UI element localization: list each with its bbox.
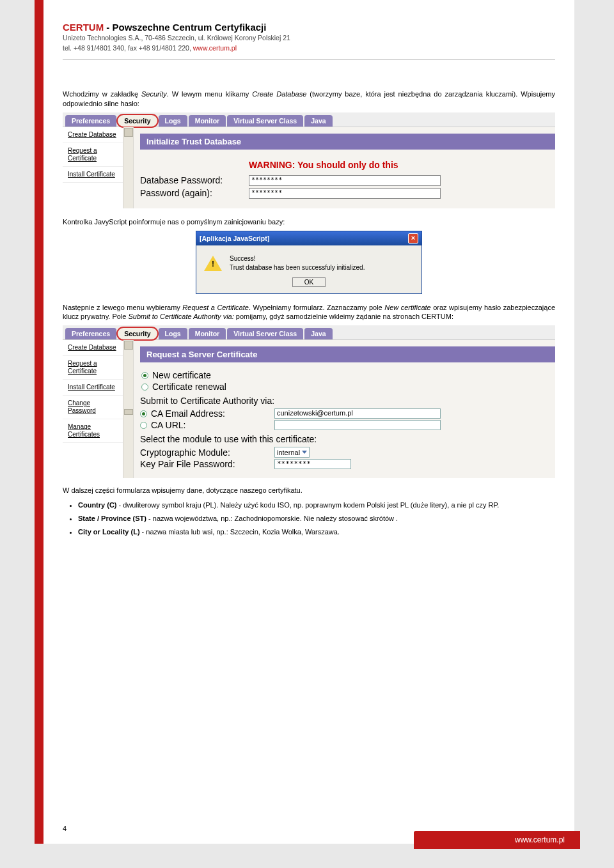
tab-logs-2[interactable]: Logs [159,328,187,339]
warning-text: WARNING: You should only do this [249,160,555,170]
bullet-state: State / Province (ST) - nazwa województw… [78,514,555,523]
tab-preferences-2[interactable]: Preferences [65,328,116,339]
bullet-country: Country (C) - dwuliterowy symbol kraju (… [78,500,555,510]
header-url: www.certum.pl [193,44,237,52]
tab-security[interactable]: Security [118,115,157,127]
label-select-module: Select the module to use with this certi… [140,434,555,444]
footer-bar: www.certum.pl [414,831,580,849]
page-number: 4 [63,825,67,832]
option-ca-email[interactable]: CA Email Address: [140,408,274,419]
header-address: Unizeto Technologies S.A., 70-486 Szczec… [63,34,555,42]
header-contact: tel. +48 91/4801 340, fax +48 91/4801 22… [63,44,555,52]
tab-preferences[interactable]: Preferences [65,115,116,127]
document-page: CERTUM - Powszechne Centrum Certyfikacji… [43,0,574,844]
tabs-row-2: Preferences Security Logs Monitor Virtua… [63,325,555,339]
banner-initialize-trust-db: Initialize Trust Database [140,134,555,150]
ok-button[interactable]: OK [292,277,326,287]
side-nav-1: Create Database Request a Certificate In… [63,127,123,208]
paragraph-3: Następnie z lewego menu wybieramy Reques… [63,303,555,322]
radio-off-icon[interactable] [141,384,148,391]
scrollbar-1[interactable] [123,127,134,208]
tab-security-2[interactable]: Security [118,328,157,339]
tab-virtual-server-class-2[interactable]: Virtual Server Class [227,328,303,339]
option-new-certificate[interactable]: New certificate [141,370,555,380]
radio-off-icon[interactable] [140,422,147,429]
screenshot-initialize-db: Preferences Security Logs Monitor Virtua… [63,112,555,208]
radio-on-icon[interactable] [141,372,148,379]
js-dialog: [Aplikacja JavaScript] × ! Success! Trus… [196,231,422,294]
dialog-titlebar: [Aplikacja JavaScript] × [196,231,421,245]
input-db-password[interactable]: ******** [249,175,441,186]
bullet-list: Country (C) - dwuliterowy symbol kraju (… [78,500,555,537]
tab-virtual-server-class[interactable]: Virtual Server Class [227,115,303,127]
tab-monitor[interactable]: Monitor [189,115,226,127]
close-icon[interactable]: × [408,233,418,244]
sidenav-change-password[interactable]: Change Password [63,396,123,419]
header-title: CERTUM - Powszechne Centrum Certyfikacji [63,22,555,33]
label-crypto-module: Cryptographic Module: [140,447,274,458]
scroll-thumb-up-2[interactable] [124,341,133,350]
tabs-row: Preferences Security Logs Monitor Virtua… [63,112,555,127]
label-password-again: Password (again): [140,188,249,198]
sidenav-create-database-2[interactable]: Create Database [63,340,123,356]
sidenav-manage-certificates[interactable]: Manage Certificates [63,419,123,443]
scroll-thumb-up[interactable] [124,128,133,137]
warning-icon: ! [204,254,222,272]
option-ca-url[interactable]: CA URL: [140,420,274,430]
sidenav-request-certificate-2[interactable]: Request a Certificate [63,356,123,380]
input-password-again[interactable]: ******** [249,188,441,199]
paragraph-2: Kontrolka JavyScript poinformuje nas o p… [63,217,555,227]
label-submit-via: Submit to Certificate Authority via: [140,396,555,406]
tab-logs[interactable]: Logs [159,115,187,127]
screenshot-request-cert: Preferences Security Logs Monitor Virtua… [63,325,555,478]
input-ca-email[interactable]: cunizetowski@certum.pl [274,408,441,419]
sidenav-install-certificate-2[interactable]: Install Certificate [63,380,123,396]
label-db-password: Database Password: [140,175,249,185]
radio-on-icon[interactable] [140,410,147,417]
header-divider [63,59,555,60]
header-title-suffix: - Powszechne Centrum Certyfikacji [104,22,266,33]
banner-request-cert: Request a Server Certificate [140,346,555,362]
sidenav-create-database[interactable]: Create Database [63,127,123,143]
tab-java[interactable]: Java [304,115,332,127]
dialog-message: Success! Trust database has been success… [230,254,365,272]
sidenav-install-certificate[interactable]: Install Certificate [63,167,123,183]
red-sidebar [35,0,43,844]
scroll-handle[interactable] [124,409,133,415]
tab-java-2[interactable]: Java [304,328,332,339]
bullet-city: City or Locality (L) - nazwa miasta lub … [78,527,555,537]
input-keypair-password[interactable]: ******** [274,459,351,469]
option-certificate-renewal[interactable]: Certificate renewal [141,382,555,392]
input-ca-url[interactable] [274,420,441,430]
footer-url: www.certum.pl [515,835,565,844]
paragraph-1: Wchodzimy w zakładkę Security. W lewym m… [63,89,555,109]
header-tel-text: tel. +48 91/4801 340, fax +48 91/4801 22… [63,44,193,52]
header-brand: CERTUM [63,22,104,33]
dialog-title-text: [Aplikacja JavaScript] [200,235,269,242]
side-nav-2: Create Database Request a Certificate In… [63,340,123,478]
sidenav-request-certificate[interactable]: Request a Certificate [63,143,123,167]
paragraph-4: W dalszej części formularza wpisujemy da… [63,486,555,495]
select-crypto-module[interactable]: internal [274,447,310,458]
scrollbar-2[interactable] [123,340,134,478]
label-keypair-password: Key Pair File Password: [140,459,274,469]
tab-monitor-2[interactable]: Monitor [189,328,226,339]
